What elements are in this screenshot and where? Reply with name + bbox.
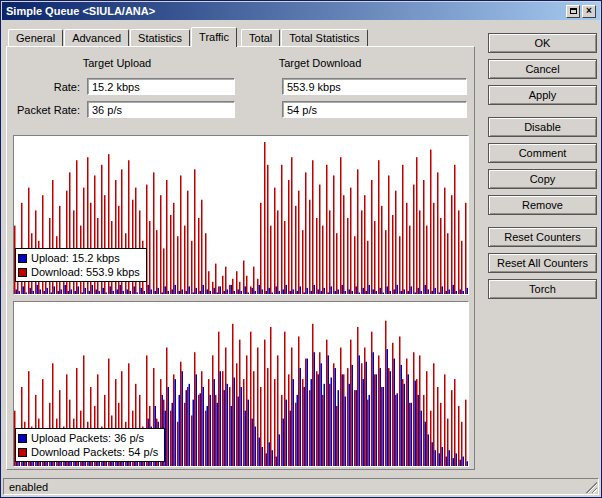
traffic-panel: Target Upload Target Download Rate: 15.2… (6, 46, 475, 470)
maximize-button[interactable] (566, 5, 580, 18)
tab-general[interactable]: General (8, 29, 63, 46)
legend-row: Upload Packets: 36 p/s (18, 431, 158, 445)
tab-advanced[interactable]: Advanced (64, 29, 129, 46)
reset-all-counters-button[interactable]: Reset All Counters (488, 253, 597, 273)
download-legend-label: Download: 553.9 kbps (31, 266, 140, 278)
upload-packets-legend-label: Upload Packets: 36 p/s (31, 432, 144, 444)
close-icon: × (586, 6, 592, 16)
rate-label: Rate: (7, 81, 80, 93)
tab-traffic[interactable]: Traffic (191, 27, 237, 47)
titlebar[interactable]: Simple Queue <SIULA/ANA> × (2, 2, 600, 20)
tab-total-statistics[interactable]: Total Statistics (281, 29, 367, 46)
status-bar: enabled (3, 478, 599, 495)
tab-statistics[interactable]: Statistics (130, 29, 190, 46)
packet-rate-upload-field[interactable]: 36 p/s (87, 101, 235, 118)
rate-download-field[interactable]: 553.9 kbps (282, 78, 467, 95)
target-download-label: Target Download (250, 57, 390, 69)
download-packets-legend-label: Download Packets: 54 p/s (31, 446, 158, 458)
simple-queue-window: Simple Queue <SIULA/ANA> × General Advan… (0, 0, 602, 498)
rate-legend: Upload: 15.2 kbps Download: 553.9 kbps (15, 248, 147, 282)
maximize-icon (570, 8, 577, 14)
upload-packets-swatch (18, 434, 27, 443)
upload-swatch (18, 254, 27, 263)
window-title: Simple Queue <SIULA/ANA> (6, 5, 564, 17)
resize-grip[interactable] (584, 480, 597, 493)
legend-row: Download: 553.9 kbps (18, 265, 140, 279)
packet-rate-download-field[interactable]: 54 p/s (282, 101, 467, 118)
cancel-button[interactable]: Cancel (488, 59, 597, 79)
close-button[interactable]: × (582, 5, 596, 18)
remove-button[interactable]: Remove (488, 195, 597, 215)
target-upload-label: Target Upload (52, 57, 182, 69)
tab-total[interactable]: Total (241, 29, 280, 46)
legend-row: Download Packets: 54 p/s (18, 445, 158, 459)
packet-rate-label: Packet Rate: (7, 104, 80, 116)
upload-legend-label: Upload: 15.2 kbps (31, 252, 120, 264)
packet-history-chart: Upload Packets: 36 p/s Download Packets:… (13, 301, 469, 467)
download-packets-swatch (18, 448, 27, 457)
comment-button[interactable]: Comment (488, 143, 597, 163)
ok-button[interactable]: OK (488, 33, 597, 53)
torch-button[interactable]: Torch (488, 279, 597, 299)
packet-legend: Upload Packets: 36 p/s Download Packets:… (15, 428, 165, 462)
rate-history-chart: Upload: 15.2 kbps Download: 553.9 kbps (13, 135, 469, 295)
reset-counters-button[interactable]: Reset Counters (488, 227, 597, 247)
download-swatch (18, 268, 27, 277)
apply-button[interactable]: Apply (488, 85, 597, 105)
status-text: enabled (9, 481, 48, 493)
copy-button[interactable]: Copy (488, 169, 597, 189)
legend-row: Upload: 15.2 kbps (18, 251, 140, 265)
disable-button[interactable]: Disable (488, 117, 597, 137)
tab-bar: General Advanced Statistics Traffic Tota… (8, 29, 369, 47)
rate-upload-field[interactable]: 15.2 kbps (87, 78, 235, 95)
